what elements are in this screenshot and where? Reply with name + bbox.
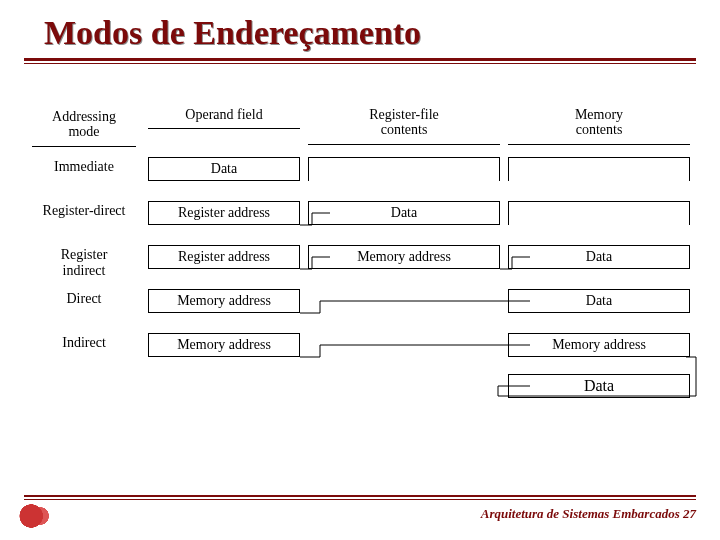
slide: Modos de Endereçamento Addressing mode O… xyxy=(0,0,720,540)
mem-box: Memory address xyxy=(508,333,690,357)
header-mem: Memory contents xyxy=(504,105,694,140)
operand-box: Register address xyxy=(148,245,300,269)
logo xyxy=(18,504,62,528)
mem-box: Data xyxy=(508,289,690,313)
table-row: Register-direct Register address Data xyxy=(24,201,696,245)
final-row: Data xyxy=(24,374,696,398)
regfile-box: Data xyxy=(308,201,500,225)
table-row: Direct Memory address Data xyxy=(24,289,696,333)
mem-box xyxy=(508,157,690,181)
table-row: Immediate Data xyxy=(24,157,696,201)
mode-label: Direct xyxy=(24,289,144,309)
operand-box: Memory address xyxy=(148,333,300,357)
regfile-box: Memory address xyxy=(308,245,500,269)
mode-label: Immediate xyxy=(24,157,144,177)
operand-box: Data xyxy=(148,157,300,181)
mem-box: Data xyxy=(508,245,690,269)
footer-divider xyxy=(24,495,696,500)
mode-label: Register-direct xyxy=(24,201,144,221)
mode-label: Register indirect xyxy=(24,245,144,281)
table-row: Indirect Memory address Memory address xyxy=(24,333,696,377)
header-regfile: Register-file contents xyxy=(304,105,504,140)
addressing-table: Addressing mode Operand field Register-f… xyxy=(24,105,696,377)
table-header-row: Addressing mode Operand field Register-f… xyxy=(24,105,696,149)
operand-box: Register address xyxy=(148,201,300,225)
operand-box: Memory address xyxy=(148,289,300,313)
header-mode: Addressing mode xyxy=(28,107,140,142)
mode-label: Indirect xyxy=(24,333,144,353)
title-underline xyxy=(24,58,696,64)
regfile-box xyxy=(308,157,500,181)
slide-title: Modos de Endereçamento xyxy=(44,14,696,52)
table-row: Register indirect Register address Memor… xyxy=(24,245,696,289)
mem-box xyxy=(508,201,690,225)
footer-text: Arquitetura de Sistemas Embarcados 27 xyxy=(481,506,696,522)
header-operand: Operand field xyxy=(144,105,304,124)
mem-box-final: Data xyxy=(508,374,690,398)
